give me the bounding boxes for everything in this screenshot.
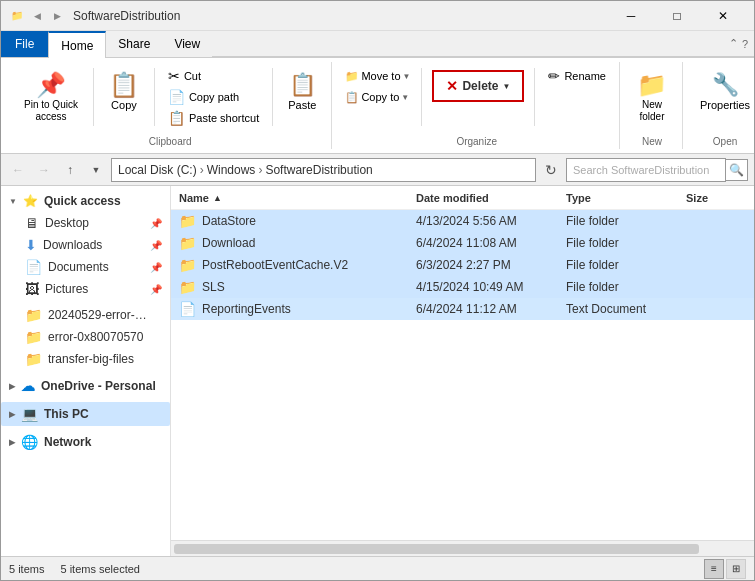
table-row[interactable]: 📁 Download 6/4/2024 11:08 AM File folder <box>171 232 754 254</box>
close-button[interactable]: ✕ <box>700 1 746 31</box>
file-date: 6/4/2024 11:08 AM <box>416 236 566 250</box>
copy-to-icon: 📋 <box>345 91 359 104</box>
selected-count: 5 items selected <box>60 563 139 575</box>
column-headers: Name ▲ Date modified Type Size <box>171 186 754 210</box>
sidebar-item-folder2[interactable]: 📁 error-0x80070570 <box>1 326 170 348</box>
onedrive-label: OneDrive - Personal <box>41 379 156 393</box>
quick-access-label: Quick access <box>44 194 121 208</box>
organize-label: Organize <box>340 132 613 149</box>
sidebar-item-documents[interactable]: 📄 Documents 📌 <box>1 256 170 278</box>
paste-shortcut-button[interactable]: 📋 Paste shortcut <box>161 108 266 128</box>
maximize-button[interactable]: □ <box>654 1 700 31</box>
rename-button[interactable]: ✏ Rename <box>541 66 613 86</box>
col-header-date[interactable]: Date modified <box>416 192 566 204</box>
minimize-button[interactable]: ─ <box>608 1 654 31</box>
delete-button[interactable]: ✕ Delete ▼ <box>432 70 524 102</box>
copy-path-button[interactable]: 📄 Copy path <box>161 87 266 107</box>
cut-button[interactable]: ✂ Cut <box>161 66 266 86</box>
copy-to-button[interactable]: 📋 Copy to ▼ <box>340 87 415 107</box>
file-name: SLS <box>202 280 416 294</box>
ribbon-group-clipboard: 📌 Pin to Quickaccess 📋 Copy ✂ Cut <box>9 62 332 149</box>
file-name: Download <box>202 236 416 250</box>
details-view-button[interactable]: ≡ <box>704 559 724 579</box>
table-row[interactable]: 📄 ReportingEvents 6/4/2024 11:12 AM Text… <box>171 298 754 320</box>
chevron-od-icon: ▶ <box>9 382 15 391</box>
tab-home[interactable]: Home <box>48 31 106 58</box>
address-path[interactable]: Local Disk (C:) › Windows › SoftwareDist… <box>111 158 536 182</box>
window-controls: ─ □ ✕ <box>608 1 746 31</box>
ribbon-divider-1 <box>93 68 94 126</box>
sidebar-header-quick-access[interactable]: ▼ ⭐ Quick access <box>1 190 170 212</box>
network-label: Network <box>44 435 91 449</box>
path-windows: Windows <box>207 163 256 177</box>
ribbon-divider-3 <box>272 68 273 126</box>
table-row[interactable]: 📁 PostRebootEventCache.V2 6/3/2024 2:27 … <box>171 254 754 276</box>
help-icon[interactable]: ? <box>742 38 748 50</box>
desktop-label: Desktop <box>45 216 89 230</box>
paste-button[interactable]: 📋 Paste <box>279 66 325 116</box>
file-type: File folder <box>566 236 686 250</box>
open-label: Open <box>691 132 755 149</box>
properties-button[interactable]: 🔧 Properties <box>691 66 755 116</box>
file-list: 📁 DataStore 4/13/2024 5:56 AM File folde… <box>171 210 754 540</box>
folder1-label: 20240529-error-0x80… <box>48 308 148 322</box>
onedrive-icon: ☁ <box>21 378 35 394</box>
ribbon-expand-icon[interactable]: ⌃ <box>729 37 738 50</box>
file-content: Name ▲ Date modified Type Size 📁 <box>171 186 754 556</box>
sidebar-header-onedrive[interactable]: ▶ ☁ OneDrive - Personal <box>1 374 170 398</box>
col-header-name[interactable]: Name ▲ <box>179 192 416 204</box>
search-button[interactable]: 🔍 <box>726 159 748 181</box>
sidebar-section-onedrive: ▶ ☁ OneDrive - Personal <box>1 374 170 398</box>
icons-view-button[interactable]: ⊞ <box>726 559 746 579</box>
forward-button[interactable]: → <box>33 159 55 181</box>
documents-icon: 📄 <box>25 259 42 275</box>
up-button[interactable]: ↑ <box>59 159 81 181</box>
ribbon-divider-2 <box>154 68 155 126</box>
paste-shortcut-icon: 📋 <box>168 110 185 126</box>
copy-path-icon: 📄 <box>168 89 185 105</box>
recent-locations-button[interactable]: ▼ <box>85 159 107 181</box>
move-to-button[interactable]: 📁 Move to ▼ <box>340 66 415 86</box>
delete-label: Delete <box>462 79 498 93</box>
col-header-size[interactable]: Size <box>686 192 746 204</box>
tab-view[interactable]: View <box>162 31 212 57</box>
tab-share[interactable]: Share <box>106 31 162 57</box>
desktop-icon: 🖥 <box>25 215 39 231</box>
col-header-type[interactable]: Type <box>566 192 686 204</box>
paste-shortcut-label: Paste shortcut <box>189 112 259 124</box>
sidebar-item-downloads[interactable]: ⬇ Downloads 📌 <box>1 234 170 256</box>
back-button[interactable]: ← <box>7 159 29 181</box>
sidebar-header-network[interactable]: ▶ 🌐 Network <box>1 430 170 454</box>
pin-quick-access-button[interactable]: 📌 Pin to Quickaccess <box>15 66 87 128</box>
sidebar-item-pictures[interactable]: 🖼 Pictures 📌 <box>1 278 170 300</box>
sidebar-header-thispc[interactable]: ▶ 💻 This PC <box>1 402 170 426</box>
sidebar-item-folder1[interactable]: 📁 20240529-error-0x80… <box>1 304 170 326</box>
open-items: 🔧 Properties <box>691 62 755 132</box>
window-title: SoftwareDistribution <box>73 9 608 23</box>
pin-icon: 📌 <box>36 71 66 99</box>
clipboard-col: ✂ Cut 📄 Copy path 📋 Paste shortcut <box>161 66 266 128</box>
copy-button[interactable]: 📋 Copy <box>100 66 148 116</box>
new-folder-button[interactable]: 📁 Newfolder <box>628 66 676 128</box>
path-sep-2: › <box>258 163 262 177</box>
thispc-label: This PC <box>44 407 89 421</box>
search-input[interactable]: Search SoftwareDistribution <box>566 158 726 182</box>
pictures-label: Pictures <box>45 282 88 296</box>
chevron-icon: ▼ <box>9 197 17 206</box>
tab-file[interactable]: File <box>1 31 48 57</box>
table-row[interactable]: 📁 SLS 4/15/2024 10:49 AM File folder <box>171 276 754 298</box>
delete-arrow: ▼ <box>502 82 510 91</box>
refresh-button[interactable]: ↻ <box>540 159 562 181</box>
sidebar-item-desktop[interactable]: 🖥 Desktop 📌 <box>1 212 170 234</box>
ribbon-tabs: File Home Share View ⌃ ? <box>1 31 754 57</box>
table-row[interactable]: 📁 DataStore 4/13/2024 5:56 AM File folde… <box>171 210 754 232</box>
view-buttons: ≡ ⊞ <box>704 559 746 579</box>
sidebar-item-folder3[interactable]: 📁 transfer-big-files <box>1 348 170 370</box>
downloads-label: Downloads <box>43 238 102 252</box>
scrollbar-thumb[interactable] <box>174 544 699 554</box>
addressbar: ← → ↑ ▼ Local Disk (C:) › Windows › Soft… <box>1 154 754 186</box>
horizontal-scrollbar[interactable] <box>171 540 754 556</box>
item-count: 5 items <box>9 563 44 575</box>
ribbon-divider-5 <box>534 68 535 126</box>
pin-indicator-dl: 📌 <box>150 240 162 251</box>
